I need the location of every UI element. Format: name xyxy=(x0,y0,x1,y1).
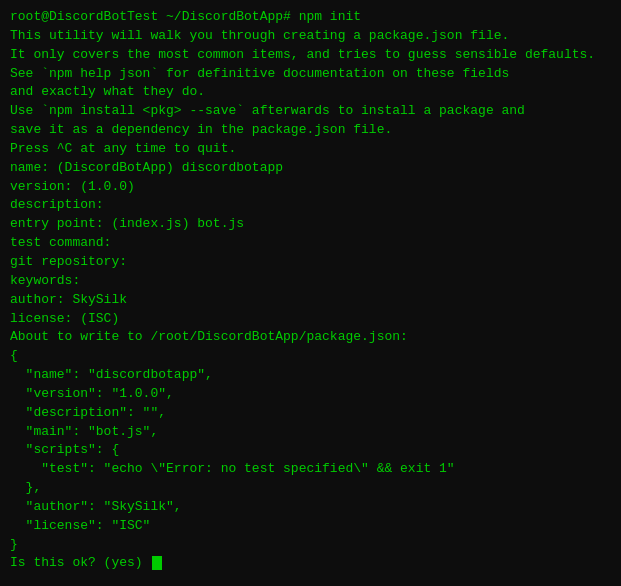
terminal-line: It only covers the most common items, an… xyxy=(10,46,611,65)
terminal-line: Is this ok? (yes) xyxy=(10,554,611,573)
terminal-line: author: SkySilk xyxy=(10,291,611,310)
terminal-line: "version": "1.0.0", xyxy=(10,385,611,404)
terminal-line: }, xyxy=(10,479,611,498)
terminal-line: "name": "discordbotapp", xyxy=(10,366,611,385)
prompt-line: root@DiscordBotTest ~/DiscordBotApp# npm… xyxy=(10,8,611,27)
terminal-line: Press ^C at any time to quit. xyxy=(10,140,611,159)
terminal-cursor xyxy=(152,556,162,570)
terminal-line: See `npm help json` for definitive docum… xyxy=(10,65,611,84)
terminal-line: git repository: xyxy=(10,253,611,272)
terminal-line: entry point: (index.js) bot.js xyxy=(10,215,611,234)
prompt-separator: # xyxy=(283,9,299,24)
terminal-line: keywords: xyxy=(10,272,611,291)
terminal-line: "license": "ISC" xyxy=(10,517,611,536)
terminal-output: This utility will walk you through creat… xyxy=(10,27,611,573)
terminal-line: "test": "echo \"Error: no test specified… xyxy=(10,460,611,479)
terminal-line: description: xyxy=(10,196,611,215)
terminal-line: } xyxy=(10,536,611,555)
terminal-line: and exactly what they do. xyxy=(10,83,611,102)
terminal-line: license: (ISC) xyxy=(10,310,611,329)
terminal-line: save it as a dependency in the package.j… xyxy=(10,121,611,140)
terminal-line: "scripts": { xyxy=(10,441,611,460)
prompt-text: root@DiscordBotTest ~/DiscordBotApp xyxy=(10,9,283,24)
terminal-line: About to write to /root/DiscordBotApp/pa… xyxy=(10,328,611,347)
terminal-line: version: (1.0.0) xyxy=(10,178,611,197)
terminal-line: { xyxy=(10,347,611,366)
terminal-line: name: (DiscordBotApp) discordbotapp xyxy=(10,159,611,178)
terminal-line: "description": "", xyxy=(10,404,611,423)
terminal-line: "author": "SkySilk", xyxy=(10,498,611,517)
terminal-line: "main": "bot.js", xyxy=(10,423,611,442)
terminal-line: This utility will walk you through creat… xyxy=(10,27,611,46)
terminal-line: test command: xyxy=(10,234,611,253)
terminal-window: root@DiscordBotTest ~/DiscordBotApp# npm… xyxy=(0,0,621,586)
command-text: npm init xyxy=(299,9,361,24)
terminal-line: Use `npm install <pkg> --save` afterward… xyxy=(10,102,611,121)
